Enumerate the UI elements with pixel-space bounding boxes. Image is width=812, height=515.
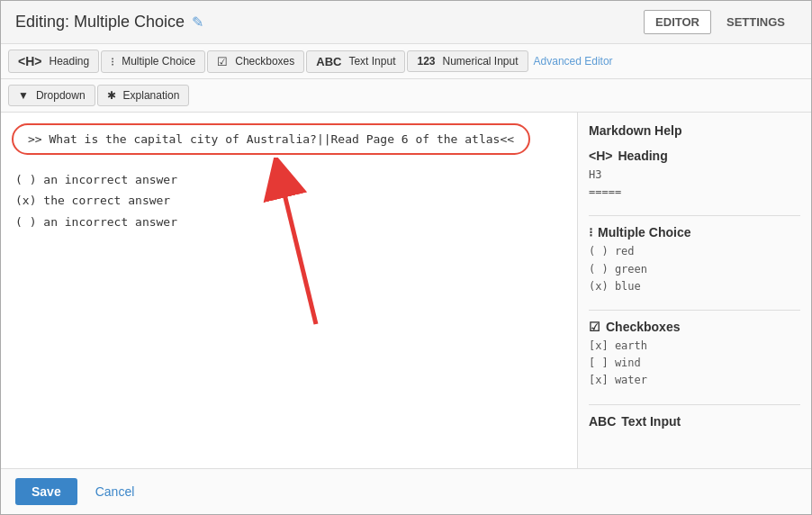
help-ti-icon: ABC: [589, 414, 616, 429]
header-tabs: EDITOR SETTINGS: [644, 10, 797, 34]
heading-icon: <H>: [18, 54, 41, 68]
divider-1: [589, 215, 800, 216]
editor-pane[interactable]: >> What is the capital city of Australia…: [1, 113, 577, 468]
toolbar-row-2: ▼ Dropdown ✱ Explanation: [1, 79, 811, 113]
modal-title-area: Editing: Multiple Choice ✎: [15, 13, 203, 32]
tab-text-input-label: Text Input: [348, 55, 395, 68]
modal-title-text: Editing: Multiple Choice: [15, 13, 185, 32]
help-heading-content: H3=====: [589, 167, 800, 201]
numerical-input-icon: 123: [417, 55, 435, 68]
save-button[interactable]: Save: [15, 478, 77, 505]
answers-list: ( ) an incorrect answer (x) the correct …: [12, 169, 566, 232]
tab-multiple-choice[interactable]: ⁝ Multiple Choice: [101, 50, 205, 73]
help-pane: Markdown Help <H> Heading H3===== ⁝ Mult…: [577, 113, 811, 468]
divider-2: [589, 310, 800, 311]
answer-item-2: (x) the correct answer: [15, 190, 566, 211]
help-section-cb: ☑ Checkboxes [x] earth[ ] wind[x] water: [589, 320, 800, 390]
advanced-editor-link[interactable]: Advanced Editor: [534, 55, 613, 68]
tab-text-input[interactable]: ABC Text Input: [306, 50, 405, 73]
tab-numerical-input[interactable]: 123 Numerical Input: [407, 50, 528, 72]
answer-item-1: ( ) an incorrect answer: [15, 169, 566, 190]
help-section-mc: ⁝ Multiple Choice ( ) red( ) green(x) bl…: [589, 225, 800, 295]
tab-explanation-label: Explanation: [123, 89, 180, 102]
tab-checkboxes-label: Checkboxes: [235, 55, 294, 68]
content-area: >> What is the capital city of Australia…: [1, 113, 811, 468]
tab-numerical-input-label: Numerical Input: [443, 55, 519, 68]
question-box: >> What is the capital city of Australia…: [12, 123, 530, 155]
dropdown-icon: ▼: [18, 89, 29, 102]
help-mc-title: ⁝ Multiple Choice: [589, 225, 800, 239]
tab-explanation[interactable]: ✱ Explanation: [97, 85, 190, 106]
modal-header: Editing: Multiple Choice ✎ EDITOR SETTIN…: [1, 1, 811, 44]
help-ti-title: ABC Text Input: [589, 414, 800, 429]
help-section-ti: ABC Text Input: [589, 414, 800, 429]
divider-3: [589, 404, 800, 405]
help-cb-content: [x] earth[ ] wind[x] water: [589, 338, 800, 390]
text-input-icon: ABC: [316, 55, 341, 68]
multiple-choice-icon: ⁝: [111, 55, 114, 68]
help-section-heading: <H> Heading H3=====: [589, 149, 800, 201]
help-heading-title: <H> Heading: [589, 149, 800, 163]
help-mc-icon: ⁝: [589, 225, 592, 239]
cancel-button[interactable]: Cancel: [88, 478, 142, 505]
help-heading-icon: <H>: [589, 149, 612, 163]
tab-dropdown[interactable]: ▼ Dropdown: [8, 85, 95, 106]
help-cb-icon: ☑: [589, 320, 600, 334]
tab-dropdown-label: Dropdown: [36, 89, 86, 102]
toolbar-row-1: <H> Heading ⁝ Multiple Choice ☑ Checkbox…: [1, 44, 811, 79]
answer-item-3: ( ) an incorrect answer: [15, 212, 566, 232]
help-cb-title: ☑ Checkboxes: [589, 320, 800, 334]
editor-tab[interactable]: EDITOR: [644, 10, 711, 34]
explanation-icon: ✱: [107, 89, 116, 102]
edit-icon[interactable]: ✎: [192, 14, 203, 31]
tab-checkboxes[interactable]: ☑ Checkboxes: [207, 50, 304, 73]
help-mc-content: ( ) red( ) green(x) blue: [589, 243, 800, 295]
settings-tab[interactable]: SETTINGS: [715, 10, 797, 34]
help-pane-title: Markdown Help: [589, 123, 800, 138]
tab-heading[interactable]: <H> Heading: [8, 50, 99, 73]
modal-footer: Save Cancel: [1, 468, 811, 514]
tab-multiple-choice-label: Multiple Choice: [122, 55, 195, 68]
modal-container: Editing: Multiple Choice ✎ EDITOR SETTIN…: [0, 0, 812, 515]
tab-heading-label: Heading: [49, 55, 89, 68]
checkboxes-icon: ☑: [217, 55, 228, 68]
